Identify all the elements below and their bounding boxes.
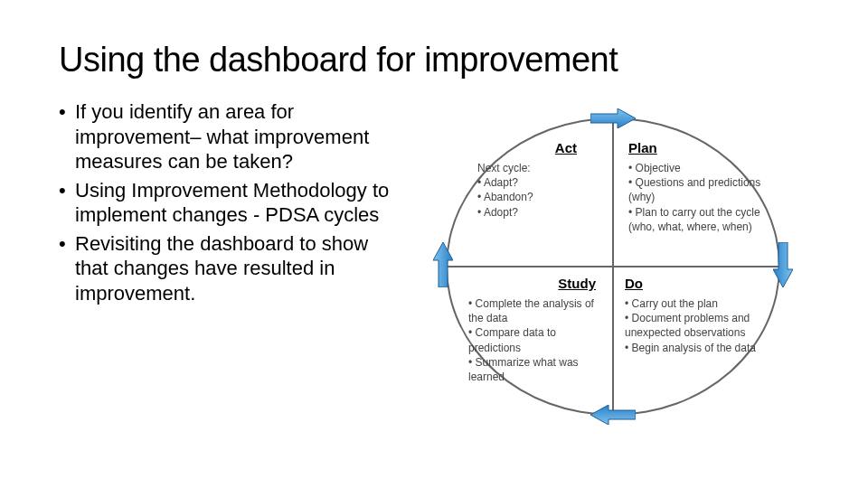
quad-list: Complete the analysis of the data Compar…: [468, 296, 609, 384]
quad-list: Objective Questions and predictions (why…: [628, 161, 769, 234]
quad-title-do: Do: [625, 276, 769, 291]
arrow-left-icon: [590, 405, 636, 425]
slide-title: Using the dashboard for improvement: [59, 41, 809, 80]
slide: Using the dashboard for improvement If y…: [0, 0, 868, 488]
quad-item: Summarize what was learned: [468, 355, 609, 384]
quad-list: Carry out the plan Document problems and…: [625, 296, 769, 355]
quad-item: Abandon?: [477, 190, 595, 204]
quad-title-study: Study: [468, 276, 609, 291]
quad-item: Carry out the plan: [625, 296, 769, 311]
bullet-item: Using Improvement Methodology to impleme…: [59, 178, 393, 228]
quad-list: Adapt? Abandon? Adopt?: [477, 175, 595, 220]
slide-content: If you identify an area for improvement–…: [59, 99, 809, 443]
divider-vertical: [612, 117, 614, 416]
quad-subtitle: Next cycle:: [477, 161, 595, 175]
text-column: If you identify an area for improvement–…: [59, 99, 393, 443]
quad-title-act: Act: [477, 140, 595, 155]
quadrant-plan: Plan Objective Questions and predictions…: [628, 140, 769, 234]
quad-item: Questions and predictions (why): [628, 175, 769, 204]
quad-item: Compare data to predictions: [468, 325, 609, 354]
quadrant-study: Study Complete the analysis of the data …: [468, 276, 609, 384]
diagram-column: Act Next cycle: Adapt? Abandon? Adopt? P…: [410, 99, 809, 443]
pdsa-diagram: Act Next cycle: Adapt? Abandon? Adopt? P…: [419, 99, 807, 425]
quad-item: Begin analysis of the data: [625, 341, 769, 355]
arrow-right-icon: [590, 108, 636, 128]
quadrant-act: Act Next cycle: Adapt? Abandon? Adopt?: [477, 140, 595, 220]
arrow-up-icon: [433, 242, 453, 287]
quad-item: Objective: [628, 161, 769, 175]
quad-item: Plan to carry out the cycle (who, what, …: [628, 205, 769, 234]
quad-item: Complete the analysis of the data: [468, 296, 609, 325]
bullet-item: If you identify an area for improvement–…: [59, 99, 393, 174]
bullet-item: Revisiting the dashboard to show that ch…: [59, 231, 393, 306]
quad-item: Adapt?: [477, 175, 595, 190]
quadrant-do: Do Carry out the plan Document problems …: [625, 276, 769, 355]
bullet-list: If you identify an area for improvement–…: [59, 99, 393, 305]
arrow-down-icon: [773, 242, 793, 287]
quad-title-plan: Plan: [628, 140, 769, 155]
quad-item: Document problems and unexpected observa…: [625, 311, 769, 340]
quad-item: Adopt?: [477, 205, 595, 220]
